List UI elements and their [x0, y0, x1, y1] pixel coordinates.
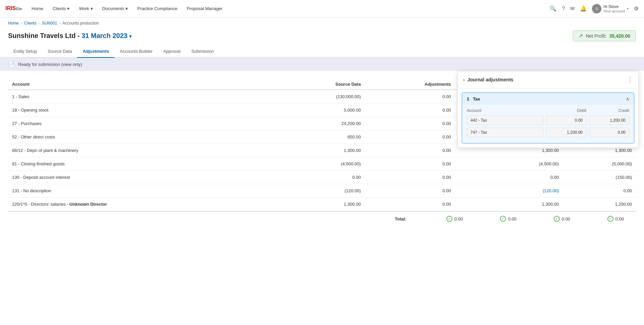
total-extra-value: 0.00 [615, 216, 624, 221]
nav-right: 🔍 ? ✉ 🔔 S Hi Steve Your account ▾ ⚙ [550, 4, 639, 13]
total-final-value: 0.00 [562, 216, 570, 221]
journal-section-tax: 1 Tax ∧ Account Debit Credit 442 - Tax 0… [462, 92, 634, 144]
total-adjustments: ✓ 0.00 [467, 216, 521, 222]
nav-items: Home Clients ▾ Work ▾ Documents ▾ Practi… [30, 0, 542, 17]
tab-source-data[interactable]: Source Data [42, 45, 77, 58]
journal-section-header[interactable]: 1 Tax ∧ [462, 93, 634, 105]
help-icon[interactable]: ? [562, 6, 565, 12]
adjustments-value: 0.00 [365, 130, 455, 144]
adjustments-value: 0.00 [365, 171, 455, 184]
journal-entries: Account Debit Credit 442 - Tax 0.00 1,20… [462, 105, 634, 143]
nav-work[interactable]: Work ▾ [78, 0, 94, 17]
breadcrumb-clients[interactable]: Clients [24, 21, 37, 26]
journal-panel: › Journal adjustments ⋮ 1 Tax ∧ Account [457, 71, 639, 148]
breadcrumb-home[interactable]: Home [8, 21, 19, 26]
chevron-down-icon: ▾ [126, 6, 128, 11]
search-icon[interactable]: 🔍 [550, 5, 556, 12]
chevron-right-icon[interactable]: › [463, 77, 465, 82]
tab-adjustments[interactable]: Adjustments [77, 45, 114, 58]
account-name: 130 - Deposit account interest [8, 171, 277, 184]
source-data-value: (4,500.00) [277, 157, 365, 171]
tab-entity-setup[interactable]: Entity Setup [8, 45, 42, 58]
final-value: (120.00) [455, 184, 563, 198]
page-header: Sunshine Travels Ltd - 31 March 2023 ▾ ↗… [0, 29, 644, 45]
col-account: Account [8, 79, 277, 90]
source-data-value: 24,200.00 [277, 117, 365, 130]
breadcrumb-sun001[interactable]: SUN001 [42, 21, 57, 26]
journal-debit-2: 1,200.00 [546, 128, 586, 137]
top-nav: IRIS Elements Home Clients ▾ Work ▾ Docu… [0, 0, 644, 17]
check-icon: ✓ [607, 216, 613, 222]
breadcrumb-current: Accounts production [62, 21, 99, 26]
tab-submission[interactable]: Submission [186, 45, 219, 58]
account-name: 52 - Other direct costs [8, 130, 277, 144]
breadcrumb-sep-1: › [21, 21, 22, 26]
journal-entry-row: 442 - Tax 0.00 1,200.00 [467, 116, 629, 125]
chevron-down-icon: ▾ [67, 6, 69, 11]
source-data-value: 1,300.00 [277, 198, 365, 211]
col-label-account: Account [467, 108, 543, 113]
chevron-up-icon[interactable]: ∧ [626, 96, 629, 101]
journal-panel-header: › Journal adjustments ⋮ [458, 71, 638, 88]
nav-home[interactable]: Home [30, 0, 45, 17]
nav-proposal-manager[interactable]: Proposal Manager [186, 0, 224, 17]
col-adjustments: Adjustments [365, 79, 455, 90]
more-options-icon[interactable]: ⋮ [627, 76, 633, 83]
breadcrumb-sep-3: › [59, 21, 60, 26]
account-name: 18 - Opening stock [8, 104, 277, 117]
user-menu[interactable]: S Hi Steve Your account ▾ [592, 4, 629, 13]
nav-practice-compliance[interactable]: Practice Compliance [136, 0, 179, 17]
source-data-value: (120.00) [277, 184, 365, 198]
final-value: 0.00 [455, 171, 563, 184]
breadcrumb: Home › Clients › SUN001 › Accounts produ… [0, 17, 644, 29]
col-source-data: Source Data [277, 79, 365, 90]
final-link[interactable]: (120.00) [543, 188, 559, 193]
total-extra: ✓ 0.00 [574, 216, 628, 222]
adjustments-value: 0.00 [365, 157, 455, 171]
settings-icon[interactable]: ⚙ [634, 5, 639, 12]
adjustments-value: 0.00 [365, 184, 455, 198]
journal-debit-1: 0.00 [546, 116, 586, 125]
journal-cols-header: Account Debit Credit [467, 108, 629, 113]
breadcrumb-sep-2: › [39, 21, 40, 26]
trend-up-icon: ↗ [579, 33, 583, 39]
total-source-data: ✓ 0.00 [413, 216, 467, 222]
check-icon: ✓ [554, 216, 560, 222]
iris-logo-text: IRIS Elements [5, 4, 22, 13]
total-final: ✓ 0.00 [521, 216, 574, 222]
tabs: Entity Setup Source Data Adjustments Acc… [0, 45, 644, 58]
net-profit-value: 35,420.00 [609, 33, 630, 39]
final-value: (4,500.00) [455, 157, 563, 171]
source-data-value: 650.00 [277, 130, 365, 144]
chevron-down-icon[interactable]: ▾ [129, 34, 132, 39]
chevron-down-icon: ▾ [91, 6, 93, 11]
journal-account-2: 747 - Tax [467, 128, 543, 137]
journal-title: › Journal adjustments [463, 77, 513, 82]
total-source-value: 0.00 [454, 216, 463, 221]
check-icon: ✓ [446, 216, 452, 222]
col-label-credit: Credit [589, 108, 629, 113]
account-name: 27 - Purchases [8, 117, 277, 130]
journal-entry-row: 747 - Tax 1,200.00 0.00 [467, 128, 629, 137]
period-link[interactable]: 31 March 2023 [82, 32, 128, 39]
account-name: 66/12 - Depn of plant & machinery [8, 144, 277, 157]
logo: IRIS Elements [5, 4, 22, 13]
nav-clients[interactable]: Clients ▾ [51, 0, 71, 17]
tab-approval[interactable]: Approval [158, 45, 186, 58]
nav-documents[interactable]: Documents ▾ [101, 0, 130, 17]
total-label: Total: [395, 216, 406, 221]
bell-icon[interactable]: 🔔 [580, 5, 587, 12]
journal-credit-1: 1,200.00 [589, 116, 629, 125]
final-value: 1,300.00 [455, 198, 563, 211]
svg-text:Elements: Elements [16, 7, 22, 11]
tab-accounts-builder[interactable]: Accounts Builder [114, 45, 158, 58]
adjustments-value: 0.00 [365, 104, 455, 117]
mail-icon[interactable]: ✉ [570, 5, 575, 12]
extra-value: 1,200.00 [563, 198, 636, 211]
account-name: 1 - Sales [8, 90, 277, 104]
total-row: Total: ✓ 0.00 ✓ 0.00 ✓ 0.00 ✓ 0.00 [8, 211, 636, 226]
document-icon: 📄 [8, 61, 15, 68]
source-data-value: 0.00 [277, 171, 365, 184]
journal-account-1: 442 - Tax [467, 116, 543, 125]
account-name: 131 - No description [8, 184, 277, 198]
